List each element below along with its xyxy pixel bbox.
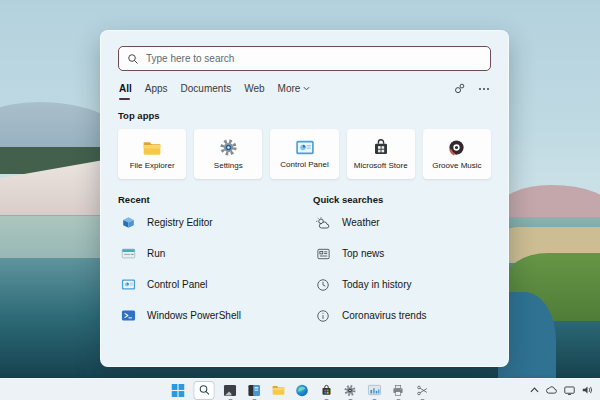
speaker-volume-icon[interactable] bbox=[582, 385, 593, 395]
system-tray bbox=[530, 379, 593, 400]
start-button-windows-logo-icon[interactable] bbox=[171, 383, 186, 398]
quick-search-top-news[interactable]: Top news bbox=[313, 238, 491, 269]
recent-list: Registry Editor Run Control Panel bbox=[118, 207, 313, 331]
tile-label: Control Panel bbox=[280, 160, 328, 169]
settings-gear-icon bbox=[219, 138, 238, 157]
recent-item-windows-powershell[interactable]: Windows PowerShell bbox=[118, 300, 313, 331]
top-apps-header: Top apps bbox=[118, 110, 491, 121]
tile-groove-music[interactable]: Groove Music bbox=[423, 129, 491, 179]
powershell-icon bbox=[120, 308, 136, 324]
microsoft-store-bag-icon bbox=[372, 138, 390, 157]
more-options-ellipsis-icon[interactable] bbox=[478, 87, 490, 91]
tile-label: File Explorer bbox=[130, 161, 175, 170]
control-panel-icon bbox=[120, 277, 136, 293]
recent-item-label: Run bbox=[147, 248, 165, 259]
quick-search-coronavirus-trends[interactable]: Coronavirus trends bbox=[313, 300, 491, 331]
recent-item-label: Registry Editor bbox=[147, 217, 213, 228]
tile-label: Microsoft Store bbox=[354, 161, 408, 170]
tab-more[interactable]: More bbox=[278, 83, 311, 94]
taskbar-settings-gear-icon[interactable] bbox=[343, 383, 358, 398]
taskbar-center-icons bbox=[171, 379, 430, 400]
info-circle-icon bbox=[315, 308, 331, 324]
quick-search-weather[interactable]: Weather bbox=[313, 207, 491, 238]
recent-item-run[interactable]: Run bbox=[118, 238, 313, 269]
printer-icon[interactable] bbox=[391, 383, 406, 398]
taskbar-file-explorer-icon[interactable] bbox=[271, 383, 286, 398]
quick-searches-header: Quick searches bbox=[313, 194, 491, 205]
quick-search-label: Top news bbox=[342, 248, 384, 259]
tile-file-explorer[interactable]: File Explorer bbox=[118, 129, 186, 179]
wallpaper-reflection bbox=[0, 216, 110, 258]
onedrive-cloud-icon[interactable] bbox=[546, 386, 557, 394]
search-flyout-panel: All Apps Documents Web More Top apps Fil… bbox=[100, 30, 509, 367]
weather-sun-cloud-icon bbox=[315, 215, 331, 231]
recent-item-registry-editor[interactable]: Registry Editor bbox=[118, 207, 313, 238]
taskbar bbox=[0, 378, 600, 400]
clock-icon bbox=[315, 277, 331, 293]
widgets-notebook-icon[interactable] bbox=[247, 383, 262, 398]
recent-item-label: Windows PowerShell bbox=[147, 310, 241, 321]
search-filter-tabs: All Apps Documents Web More bbox=[118, 82, 491, 95]
taskbar-search-icon[interactable] bbox=[195, 382, 214, 399]
tile-microsoft-store[interactable]: Microsoft Store bbox=[347, 129, 415, 179]
snipping-scissors-icon[interactable] bbox=[415, 383, 430, 398]
taskbar-microsoft-store-icon[interactable] bbox=[319, 383, 334, 398]
chevron-up-hidden-icons-icon[interactable] bbox=[530, 387, 539, 393]
search-input[interactable] bbox=[146, 53, 482, 64]
top-apps-tiles: File Explorer Settings Control Panel Mic… bbox=[118, 129, 491, 179]
quick-search-today-in-history[interactable]: Today in history bbox=[313, 269, 491, 300]
search-icon bbox=[127, 53, 139, 65]
newspaper-icon bbox=[315, 246, 331, 262]
performance-monitor-icon[interactable] bbox=[367, 383, 382, 398]
display-cast-icon[interactable] bbox=[564, 386, 575, 395]
chevron-down-icon bbox=[303, 86, 310, 91]
recent-item-label: Control Panel bbox=[147, 279, 208, 290]
tile-control-panel[interactable]: Control Panel bbox=[270, 129, 338, 179]
account-icon[interactable] bbox=[453, 82, 466, 95]
tile-label: Groove Music bbox=[432, 161, 481, 170]
quick-search-label: Today in history bbox=[342, 279, 411, 290]
file-explorer-folder-icon bbox=[142, 139, 162, 157]
recent-header: Recent bbox=[118, 194, 313, 205]
control-panel-icon bbox=[295, 139, 315, 156]
groove-music-disc-icon bbox=[447, 138, 466, 157]
search-box[interactable] bbox=[118, 46, 491, 71]
quick-search-label: Weather bbox=[342, 217, 380, 228]
quick-searches-list: Weather Top news Today in history bbox=[313, 207, 491, 331]
tile-settings[interactable]: Settings bbox=[194, 129, 262, 179]
run-window-icon bbox=[120, 246, 136, 262]
quick-search-label: Coronavirus trends bbox=[342, 310, 426, 321]
photos-dark-app-icon[interactable] bbox=[223, 383, 238, 398]
tab-all[interactable]: All bbox=[119, 83, 132, 94]
registry-editor-icon bbox=[120, 215, 136, 231]
tab-apps[interactable]: Apps bbox=[145, 83, 168, 94]
tab-documents[interactable]: Documents bbox=[181, 83, 232, 94]
tab-web[interactable]: Web bbox=[244, 83, 264, 94]
edge-browser-icon[interactable] bbox=[295, 383, 310, 398]
recent-item-control-panel[interactable]: Control Panel bbox=[118, 269, 313, 300]
tile-label: Settings bbox=[214, 161, 243, 170]
